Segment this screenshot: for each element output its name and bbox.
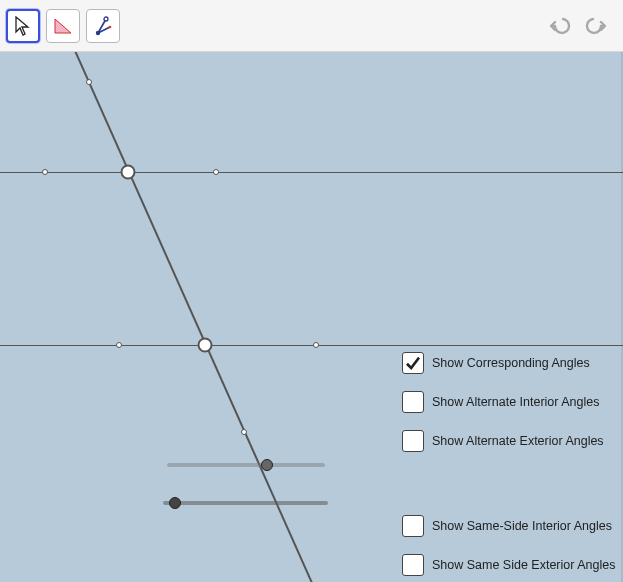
svg-point-3: [104, 17, 108, 21]
point-transversal-bottom[interactable]: [241, 429, 247, 435]
toolbar: [0, 0, 623, 52]
point-intersection-2[interactable]: [198, 338, 213, 353]
checkbox-same-exterior[interactable]: [402, 554, 424, 576]
tool-construct[interactable]: [86, 9, 120, 43]
checkbox-alt-interior[interactable]: [402, 391, 424, 413]
slider-1[interactable]: [167, 463, 325, 467]
checkbox-label: Show Corresponding Angles: [432, 356, 590, 370]
redo-button[interactable]: [581, 12, 609, 40]
angle-icon: [52, 16, 74, 36]
point-line1-right[interactable]: [213, 169, 219, 175]
point-intersection-1[interactable]: [121, 165, 136, 180]
check-same-interior: Show Same-Side Interior Angles: [402, 513, 617, 539]
point-transversal-top[interactable]: [86, 79, 92, 85]
checkbox-panel: Show Corresponding Angles Show Alternate…: [402, 350, 617, 582]
undo-button[interactable]: [547, 12, 575, 40]
check-same-exterior: Show Same Side Exterior Angles: [402, 552, 617, 578]
point-line1-left[interactable]: [42, 169, 48, 175]
svg-point-2: [96, 30, 100, 34]
checkbox-corresponding[interactable]: [402, 352, 424, 374]
checkbox-label: Show Alternate Exterior Angles: [432, 434, 604, 448]
toolbar-history: [547, 12, 617, 40]
slider-2-knob[interactable]: [169, 497, 181, 509]
geometry-canvas[interactable]: Show Corresponding Angles Show Alternate…: [0, 52, 623, 582]
redo-icon: [584, 16, 606, 36]
compass-icon: [92, 15, 114, 37]
check-corresponding: Show Corresponding Angles: [402, 350, 617, 376]
slider-2[interactable]: [163, 501, 328, 505]
checkbox-same-interior[interactable]: [402, 515, 424, 537]
tool-angle[interactable]: [46, 9, 80, 43]
point-line2-right[interactable]: [313, 342, 319, 348]
parallel-line-1: [0, 172, 623, 173]
svg-point-4: [109, 25, 112, 28]
checkbox-alt-exterior[interactable]: [402, 430, 424, 452]
checkbox-label: Show Same-Side Interior Angles: [432, 519, 612, 533]
tool-move[interactable]: [6, 9, 40, 43]
parallel-line-2: [0, 345, 623, 346]
check-alt-exterior: Show Alternate Exterior Angles: [402, 428, 617, 454]
checkbox-label: Show Same Side Exterior Angles: [432, 558, 615, 572]
point-line2-left[interactable]: [116, 342, 122, 348]
undo-icon: [550, 16, 572, 36]
cursor-icon: [14, 16, 32, 36]
slider-1-knob[interactable]: [261, 459, 273, 471]
check-alt-interior: Show Alternate Interior Angles: [402, 389, 617, 415]
checkbox-label: Show Alternate Interior Angles: [432, 395, 599, 409]
